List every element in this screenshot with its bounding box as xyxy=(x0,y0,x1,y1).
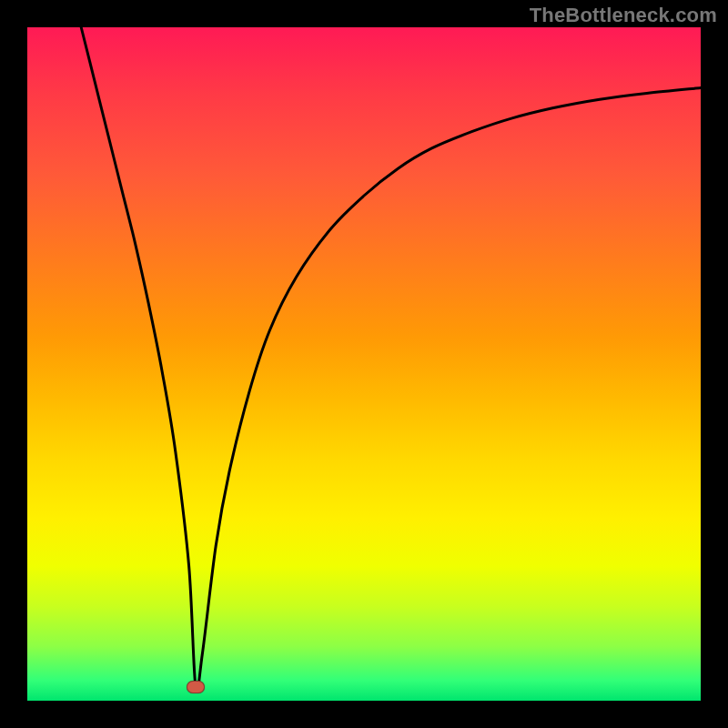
bottleneck-curve xyxy=(27,27,701,701)
minimum-marker xyxy=(187,681,205,693)
watermark-text: TheBottleneck.com xyxy=(530,4,717,27)
plot-area xyxy=(27,27,701,701)
chart-frame: TheBottleneck.com xyxy=(0,0,728,728)
